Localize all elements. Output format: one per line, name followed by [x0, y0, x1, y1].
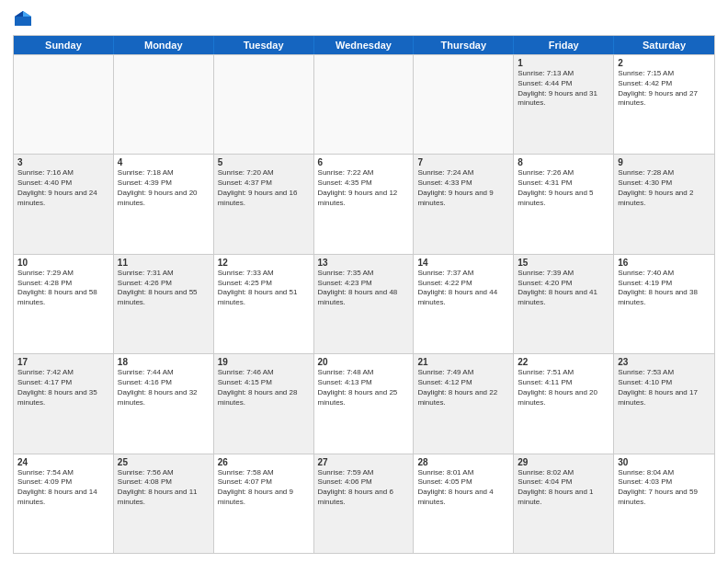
day-number: 30 — [618, 457, 711, 467]
calendar-cell-3-1: 18Sunrise: 7:44 AM Sunset: 4:16 PM Dayli… — [114, 354, 214, 453]
day-number: 15 — [518, 258, 609, 268]
calendar-cell-2-3: 13Sunrise: 7:35 AM Sunset: 4:23 PM Dayli… — [314, 255, 415, 353]
calendar-cell-0-3 — [314, 55, 415, 154]
calendar-row-3: 17Sunrise: 7:42 AM Sunset: 4:17 PM Dayli… — [14, 353, 714, 453]
calendar-cell-0-6: 2Sunrise: 7:15 AM Sunset: 4:42 PM Daylig… — [614, 55, 714, 154]
calendar-body: 1Sunrise: 7:13 AM Sunset: 4:44 PM Daylig… — [14, 54, 714, 553]
day-number: 22 — [518, 357, 609, 367]
cell-info: Sunrise: 8:01 AM Sunset: 4:05 PM Dayligh… — [417, 468, 509, 508]
day-number: 25 — [118, 457, 210, 467]
calendar-cell-4-4: 28Sunrise: 8:01 AM Sunset: 4:05 PM Dayli… — [414, 454, 514, 553]
calendar-cell-2-0: 10Sunrise: 7:29 AM Sunset: 4:28 PM Dayli… — [14, 255, 114, 353]
day-number: 20 — [318, 357, 410, 367]
day-number: 10 — [17, 258, 109, 268]
day-number: 4 — [118, 157, 210, 167]
day-number: 24 — [17, 457, 109, 467]
calendar-row-2: 10Sunrise: 7:29 AM Sunset: 4:28 PM Dayli… — [14, 254, 714, 353]
calendar-cell-2-6: 16Sunrise: 7:40 AM Sunset: 4:19 PM Dayli… — [614, 255, 714, 353]
calendar-cell-1-1: 4Sunrise: 7:18 AM Sunset: 4:39 PM Daylig… — [114, 155, 214, 253]
cell-info: Sunrise: 7:35 AM Sunset: 4:23 PM Dayligh… — [318, 269, 410, 308]
cell-info: Sunrise: 7:59 AM Sunset: 4:06 PM Dayligh… — [318, 468, 410, 508]
day-number: 7 — [417, 157, 509, 167]
day-number: 17 — [17, 357, 109, 367]
cell-info: Sunrise: 7:22 AM Sunset: 4:35 PM Dayligh… — [318, 168, 410, 208]
calendar-cell-2-5: 15Sunrise: 7:39 AM Sunset: 4:20 PM Dayli… — [514, 255, 614, 353]
cell-info: Sunrise: 8:02 AM Sunset: 4:04 PM Dayligh… — [518, 468, 609, 508]
header-day-saturday: Saturday — [614, 36, 714, 54]
header-day-tuesday: Tuesday — [214, 36, 314, 54]
day-number: 16 — [618, 258, 711, 268]
header-day-wednesday: Wednesday — [314, 36, 415, 54]
cell-info: Sunrise: 7:49 AM Sunset: 4:12 PM Dayligh… — [417, 368, 509, 408]
calendar-cell-4-3: 27Sunrise: 7:59 AM Sunset: 4:06 PM Dayli… — [314, 454, 415, 553]
cell-info: Sunrise: 7:26 AM Sunset: 4:31 PM Dayligh… — [518, 168, 609, 208]
calendar-cell-4-5: 29Sunrise: 8:02 AM Sunset: 4:04 PM Dayli… — [514, 454, 614, 553]
cell-info: Sunrise: 7:18 AM Sunset: 4:39 PM Dayligh… — [118, 168, 210, 208]
calendar: SundayMondayTuesdayWednesdayThursdayFrid… — [13, 35, 715, 554]
day-number: 9 — [618, 157, 711, 167]
header-day-friday: Friday — [514, 36, 614, 54]
day-number: 11 — [118, 258, 210, 268]
calendar-cell-3-6: 23Sunrise: 7:53 AM Sunset: 4:10 PM Dayli… — [614, 354, 714, 453]
day-number: 14 — [417, 258, 509, 268]
cell-info: Sunrise: 7:46 AM Sunset: 4:15 PM Dayligh… — [218, 368, 310, 408]
calendar-cell-1-6: 9Sunrise: 7:28 AM Sunset: 4:30 PM Daylig… — [614, 155, 714, 253]
calendar-cell-1-0: 3Sunrise: 7:16 AM Sunset: 4:40 PM Daylig… — [14, 155, 114, 253]
cell-info: Sunrise: 7:56 AM Sunset: 4:08 PM Dayligh… — [118, 468, 210, 508]
cell-info: Sunrise: 7:20 AM Sunset: 4:37 PM Dayligh… — [218, 168, 310, 208]
day-number: 18 — [118, 357, 210, 367]
cell-info: Sunrise: 7:40 AM Sunset: 4:19 PM Dayligh… — [618, 269, 711, 308]
cell-info: Sunrise: 8:04 AM Sunset: 4:03 PM Dayligh… — [618, 468, 711, 508]
header — [13, 9, 715, 29]
page: SundayMondayTuesdayWednesdayThursdayFrid… — [0, 0, 728, 563]
cell-info: Sunrise: 7:51 AM Sunset: 4:11 PM Dayligh… — [518, 368, 609, 408]
cell-info: Sunrise: 7:28 AM Sunset: 4:30 PM Dayligh… — [618, 168, 711, 208]
calendar-cell-2-2: 12Sunrise: 7:33 AM Sunset: 4:25 PM Dayli… — [214, 255, 314, 353]
header-day-thursday: Thursday — [414, 36, 514, 54]
svg-marker-1 — [23, 11, 31, 17]
calendar-cell-4-6: 30Sunrise: 8:04 AM Sunset: 4:03 PM Dayli… — [614, 454, 714, 553]
cell-info: Sunrise: 7:13 AM Sunset: 4:44 PM Dayligh… — [518, 69, 609, 109]
calendar-cell-4-1: 25Sunrise: 7:56 AM Sunset: 4:08 PM Dayli… — [114, 454, 214, 553]
calendar-cell-3-2: 19Sunrise: 7:46 AM Sunset: 4:15 PM Dayli… — [214, 354, 314, 453]
calendar-cell-2-4: 14Sunrise: 7:37 AM Sunset: 4:22 PM Dayli… — [414, 255, 514, 353]
day-number: 2 — [618, 58, 711, 68]
calendar-cell-3-5: 22Sunrise: 7:51 AM Sunset: 4:11 PM Dayli… — [514, 354, 614, 453]
calendar-cell-4-0: 24Sunrise: 7:54 AM Sunset: 4:09 PM Dayli… — [14, 454, 114, 553]
day-number: 23 — [618, 357, 711, 367]
calendar-cell-1-5: 8Sunrise: 7:26 AM Sunset: 4:31 PM Daylig… — [514, 155, 614, 253]
day-number: 1 — [518, 58, 609, 68]
calendar-cell-2-1: 11Sunrise: 7:31 AM Sunset: 4:26 PM Dayli… — [114, 255, 214, 353]
calendar-cell-0-0 — [14, 55, 114, 154]
calendar-row-4: 24Sunrise: 7:54 AM Sunset: 4:09 PM Dayli… — [14, 454, 714, 553]
cell-info: Sunrise: 7:24 AM Sunset: 4:33 PM Dayligh… — [417, 168, 509, 208]
cell-info: Sunrise: 7:31 AM Sunset: 4:26 PM Dayligh… — [118, 269, 210, 308]
day-number: 5 — [218, 157, 310, 167]
calendar-cell-3-4: 21Sunrise: 7:49 AM Sunset: 4:12 PM Dayli… — [414, 354, 514, 453]
cell-info: Sunrise: 7:29 AM Sunset: 4:28 PM Dayligh… — [17, 269, 109, 308]
calendar-cell-0-4 — [414, 55, 514, 154]
logo — [13, 9, 37, 29]
calendar-cell-4-2: 26Sunrise: 7:58 AM Sunset: 4:07 PM Dayli… — [214, 454, 314, 553]
calendar-cell-3-3: 20Sunrise: 7:48 AM Sunset: 4:13 PM Dayli… — [314, 354, 415, 453]
cell-info: Sunrise: 7:48 AM Sunset: 4:13 PM Dayligh… — [318, 368, 410, 408]
day-number: 6 — [318, 157, 410, 167]
calendar-cell-1-4: 7Sunrise: 7:24 AM Sunset: 4:33 PM Daylig… — [414, 155, 514, 253]
calendar-cell-1-2: 5Sunrise: 7:20 AM Sunset: 4:37 PM Daylig… — [214, 155, 314, 253]
day-number: 28 — [417, 457, 509, 467]
cell-info: Sunrise: 7:15 AM Sunset: 4:42 PM Dayligh… — [618, 69, 711, 109]
calendar-header: SundayMondayTuesdayWednesdayThursdayFrid… — [14, 36, 714, 54]
calendar-row-1: 3Sunrise: 7:16 AM Sunset: 4:40 PM Daylig… — [14, 154, 714, 253]
calendar-cell-1-3: 6Sunrise: 7:22 AM Sunset: 4:35 PM Daylig… — [314, 155, 415, 253]
calendar-cell-0-1 — [114, 55, 214, 154]
calendar-cell-3-0: 17Sunrise: 7:42 AM Sunset: 4:17 PM Dayli… — [14, 354, 114, 453]
day-number: 27 — [318, 457, 410, 467]
day-number: 29 — [518, 457, 609, 467]
cell-info: Sunrise: 7:16 AM Sunset: 4:40 PM Dayligh… — [17, 168, 109, 208]
day-number: 3 — [17, 157, 109, 167]
cell-info: Sunrise: 7:37 AM Sunset: 4:22 PM Dayligh… — [417, 269, 509, 308]
header-day-sunday: Sunday — [14, 36, 114, 54]
day-number: 19 — [218, 357, 310, 367]
calendar-cell-0-5: 1Sunrise: 7:13 AM Sunset: 4:44 PM Daylig… — [514, 55, 614, 154]
calendar-row-0: 1Sunrise: 7:13 AM Sunset: 4:44 PM Daylig… — [14, 54, 714, 154]
